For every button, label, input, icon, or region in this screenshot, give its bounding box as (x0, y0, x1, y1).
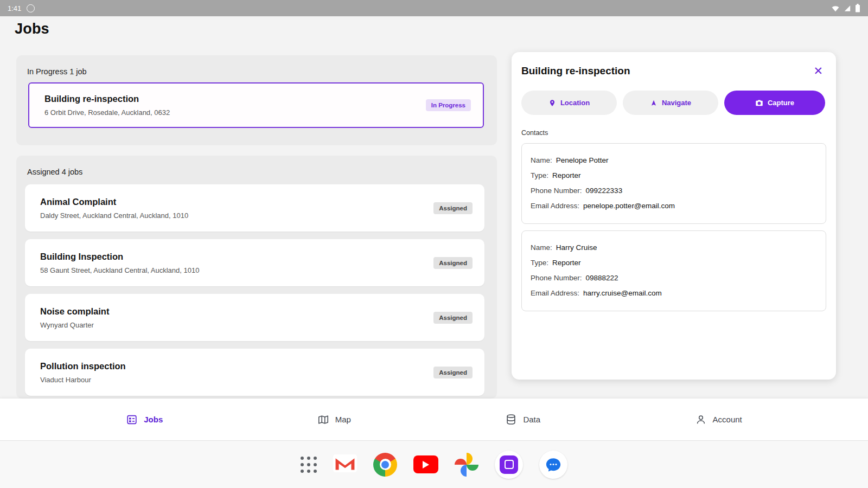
job-title: Animal Complaint (40, 197, 188, 207)
job-title: Noise complaint (40, 306, 109, 317)
nav-label: Jobs (144, 415, 163, 424)
contacts-label: Contacts (521, 129, 826, 137)
panel-actions: Location Navigate Capture (521, 91, 826, 115)
bottom-nav: Jobs Map Data (0, 399, 868, 440)
navigate-button-label: Navigate (662, 99, 691, 107)
job-address: Daldy Street, Auckland Central, Auckland… (40, 211, 188, 220)
status-notification-icon (27, 4, 35, 12)
panel-header: Building re-inspection ✕ (521, 64, 826, 78)
status-bar-right (831, 4, 860, 12)
job-info: Noise complaint Wynyard Quarter (40, 306, 109, 329)
wifi-icon (831, 5, 840, 12)
status-badge: Assigned (433, 257, 473, 269)
in-progress-group: In Progress 1 job Building re-inspection… (16, 55, 497, 145)
job-card-building-inspection[interactable]: Building Inspection 58 Gaunt Street, Auc… (25, 239, 484, 286)
messages-icon[interactable] (539, 451, 567, 479)
person-icon (695, 414, 707, 426)
status-badge: In Progress (426, 99, 471, 111)
contact-field-label: Phone Number: (531, 187, 582, 195)
contact-field-value: Reporter (552, 259, 581, 267)
contact-field-value: Harry Cruise (556, 243, 597, 252)
jobs-list-icon (126, 414, 138, 426)
page-title: Jobs (15, 21, 49, 37)
android-taskbar (0, 440, 868, 488)
location-pin-icon (548, 99, 556, 107)
job-info: Building Inspection 58 Gaunt Street, Auc… (40, 252, 199, 274)
contact-name-row: Name:Harry Cruise (531, 243, 817, 252)
capture-button[interactable]: Capture (724, 91, 825, 115)
contact-field-value: Penelope Potter (556, 156, 609, 164)
contact-email-row: Email Address:harry.cruise@email.com (531, 289, 817, 297)
navigate-button[interactable]: Navigate (623, 91, 718, 115)
battery-icon (855, 4, 860, 12)
contact-field-label: Email Address: (531, 289, 579, 297)
cellular-signal-icon (844, 5, 851, 12)
job-title: Building re-inspection (44, 94, 170, 104)
contact-type-row: Type:Reporter (531, 171, 817, 179)
job-address: Viaduct Harbour (40, 376, 126, 384)
assigned-group: Assigned 4 jobs Animal Complaint Daldy S… (16, 156, 497, 399)
youtube-icon[interactable] (413, 455, 438, 473)
purple-app-icon[interactable] (495, 451, 523, 479)
nav-label: Data (523, 415, 540, 424)
contact-card-harry-cruise: Name:Harry Cruise Type:Reporter Phone Nu… (521, 230, 826, 311)
google-photos-icon[interactable] (455, 453, 478, 477)
job-card-pollution-inspection[interactable]: Pollution inspection Viaduct Harbour Ass… (25, 349, 484, 396)
contact-field-value: Reporter (552, 171, 581, 179)
contact-field-label: Email Address: (531, 202, 579, 210)
job-info: Pollution inspection Viaduct Harbour (40, 361, 126, 384)
contact-field-label: Type: (531, 171, 548, 179)
status-bar-left: 1:41 (8, 4, 35, 12)
nav-label: Map (335, 415, 351, 424)
screen: 1:41 Jobs In Progress 1 job Building re-… (0, 0, 868, 488)
contact-phone-row: Phone Number:099222333 (531, 187, 817, 195)
job-address: 58 Gaunt Street, Auckland Central, Auckl… (40, 266, 199, 274)
location-button[interactable]: Location (521, 91, 617, 115)
contact-field-label: Type: (531, 259, 548, 267)
chrome-icon[interactable] (373, 453, 397, 477)
contact-type-row: Type:Reporter (531, 259, 817, 267)
job-address: 6 Orbit Drive, Rosedale, Auckland, 0632 (44, 108, 170, 117)
assigned-group-header: Assigned 4 jobs (27, 168, 82, 176)
status-time: 1:41 (8, 4, 21, 12)
close-icon[interactable]: ✕ (810, 64, 826, 78)
nav-item-jobs[interactable]: Jobs (126, 414, 163, 426)
in-progress-group-header: In Progress 1 job (27, 67, 87, 76)
capture-camera-icon (755, 99, 763, 107)
contact-field-label: Name: (531, 243, 552, 252)
contact-field-value: harry.cruise@email.com (583, 289, 662, 297)
gmail-icon[interactable] (333, 454, 357, 474)
job-card-building-re-inspection[interactable]: Building re-inspection 6 Orbit Drive, Ro… (28, 82, 484, 128)
contact-field-value: 09888222 (586, 274, 618, 282)
job-title: Pollution inspection (40, 361, 126, 371)
nav-item-account[interactable]: Account (695, 414, 742, 426)
job-card-animal-complaint[interactable]: Animal Complaint Daldy Street, Auckland … (25, 184, 484, 232)
status-badge: Assigned (433, 367, 473, 378)
panel-title: Building re-inspection (521, 65, 630, 77)
nav-item-data[interactable]: Data (505, 414, 540, 426)
contact-field-label: Name: (531, 156, 552, 164)
job-card-noise-complaint[interactable]: Noise complaint Wynyard Quarter Assigned (25, 294, 484, 341)
job-address: Wynyard Quarter (40, 321, 109, 329)
job-detail-panel: Building re-inspection ✕ Location Naviga… (512, 52, 836, 380)
contact-field-label: Phone Number: (531, 274, 582, 282)
contact-email-row: Email Address:penelope.potter@email.com (531, 202, 817, 210)
nav-item-map[interactable]: Map (317, 414, 351, 426)
status-badge: Assigned (433, 312, 473, 324)
contact-phone-row: Phone Number:09888222 (531, 274, 817, 282)
map-icon (317, 414, 329, 426)
app-launcher-icon[interactable] (301, 457, 317, 473)
contact-name-row: Name:Penelope Potter (531, 156, 817, 164)
location-button-label: Location (560, 99, 590, 107)
status-badge: Assigned (433, 202, 473, 214)
capture-button-label: Capture (768, 99, 794, 107)
job-info: Building re-inspection 6 Orbit Drive, Ro… (44, 94, 170, 117)
job-info: Animal Complaint Daldy Street, Auckland … (40, 197, 188, 220)
contact-field-value: 099222333 (586, 187, 623, 195)
job-title: Building Inspection (40, 252, 199, 262)
contact-field-value: penelope.potter@email.com (583, 202, 675, 210)
navigate-icon (650, 99, 658, 107)
status-bar: 1:41 (0, 0, 868, 16)
nav-label: Account (713, 415, 742, 424)
database-icon (505, 414, 517, 426)
